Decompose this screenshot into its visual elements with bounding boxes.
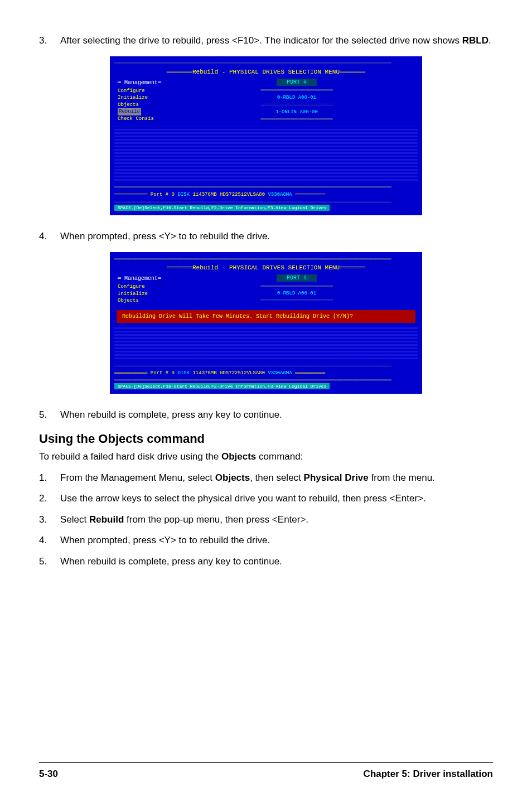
step-text: After selecting the drive to rebuild, pr… <box>60 33 493 48</box>
step-number: 5. <box>39 408 60 422</box>
objects-bold: Objects <box>221 451 256 462</box>
drive-0[interactable]: 0-RBLD A00-01 <box>176 291 418 296</box>
step-3: 3. After selecting the drive to rebuild,… <box>39 33 493 48</box>
step-5: 5. When rebuild is complete, press any k… <box>39 408 493 422</box>
footer-panel: ════════════════════════════════════════… <box>114 185 418 211</box>
port-header: PORT # <box>277 274 317 282</box>
step-text: Select Rebuild from the pop-up menu, the… <box>60 513 493 527</box>
rebuild-prompt[interactable]: Rebuilding Drive Will Take Few Minutes. … <box>117 310 415 323</box>
screen-title: ═══════Rebuild - PHYSICAL DRIVES SELECTI… <box>114 69 418 75</box>
step-number: 2. <box>39 491 60 506</box>
menu-configure[interactable]: Configure <box>118 283 172 291</box>
menu-objects[interactable]: Objects <box>118 297 172 305</box>
drive-panel: PORT # ════════════════════════ 0-RBLD A… <box>176 274 418 306</box>
menu-objects[interactable]: Objects <box>118 102 172 109</box>
menu-check[interactable]: Check Consis <box>118 115 172 123</box>
step-text: Use the arrow keys to select the physica… <box>60 491 493 506</box>
bios-screenshot-2: ════════════════════════════════════════… <box>110 252 422 394</box>
drive-0[interactable]: 0-RBLD A00-01 <box>176 95 418 100</box>
step-text: When prompted, press <Y> to to rebuild t… <box>60 533 493 548</box>
step-number: 3. <box>39 513 60 527</box>
bstep-4: 4. When prompted, press <Y> to to rebuil… <box>39 533 493 548</box>
help-bar: SPACE-[De]Select,F10-Start Rebuild,F2-Dr… <box>114 383 330 389</box>
menu-panel: ═ Management═ Configure Initialize Objec… <box>114 79 176 124</box>
step-text: When prompted, press <Y> to to rebuild t… <box>60 229 493 244</box>
bstep-3: 3. Select Rebuild from the pop-up menu, … <box>39 513 493 527</box>
step-number: 3. <box>39 33 60 48</box>
physical-drive-bold: Physical Drive <box>304 472 369 483</box>
step-text: From the Management Menu, select Objects… <box>60 471 493 485</box>
step-number: 4. <box>39 229 60 244</box>
port-info: ═══════════ Port # 0 DISK 114376MB HDS72… <box>114 370 418 376</box>
menu-initialize[interactable]: Initialize <box>118 291 172 298</box>
step-number: 1. <box>39 471 60 485</box>
menu-title: ═ Management═ <box>118 80 172 86</box>
border: ════════════════════════════════════════… <box>114 61 418 66</box>
step-text: When rebuild is complete, press any key … <box>60 408 493 422</box>
bstep-2: 2. Use the arrow keys to select the phys… <box>39 491 493 506</box>
section-heading: Using the Objects command <box>39 432 493 446</box>
port-info: ═══════════ Port # 0 DISK 114376MB HDS72… <box>114 192 418 197</box>
drive-panel: PORT # ════════════════════════ 0-RBLD A… <box>176 79 418 124</box>
drive-1[interactable]: 1-ONLIN A00-00 <box>176 109 418 115</box>
bstep-1: 1. From the Management Menu, select Obje… <box>39 471 493 485</box>
menu-rebuild[interactable]: Rebuild <box>118 108 141 115</box>
footer-panel: ════════════════════════════════════════… <box>114 363 418 389</box>
menu-configure[interactable]: Configure <box>118 88 172 95</box>
striped-area <box>114 127 418 182</box>
step-number: 4. <box>39 533 60 548</box>
rebuild-bold: Rebuild <box>89 514 124 525</box>
menu-initialize[interactable]: Initialize <box>118 94 172 102</box>
step-text: When rebuild is complete, press any key … <box>60 554 493 569</box>
menu-panel: ═ Management═ Configure Initialize Objec… <box>114 274 176 306</box>
step-number: 5. <box>39 554 60 569</box>
page-number: 5-30 <box>39 769 58 780</box>
screen-title: ═══════Rebuild - PHYSICAL DRIVES SELECTI… <box>114 264 418 271</box>
step-4: 4. When prompted, press <Y> to to rebuil… <box>39 229 493 244</box>
bios-screenshot-1: ════════════════════════════════════════… <box>110 56 422 216</box>
chapter-title: Chapter 5: Driver installation <box>364 769 493 780</box>
help-bar: SPACE-[De]Select,F10-Start Rebuild,F2-Dr… <box>114 205 330 211</box>
bstep-5: 5. When rebuild is complete, press any k… <box>39 554 493 569</box>
section-intro: To rebuild a failed hard disk drive usin… <box>39 450 493 464</box>
page-footer: 5-30 Chapter 5: Driver installation <box>39 762 493 780</box>
objects-bold: Objects <box>215 472 250 483</box>
rbld-label: RBLD <box>462 35 489 46</box>
striped-area <box>114 327 418 361</box>
menu-title: ═ Management═ <box>118 276 172 282</box>
port-header: PORT # <box>277 79 317 86</box>
